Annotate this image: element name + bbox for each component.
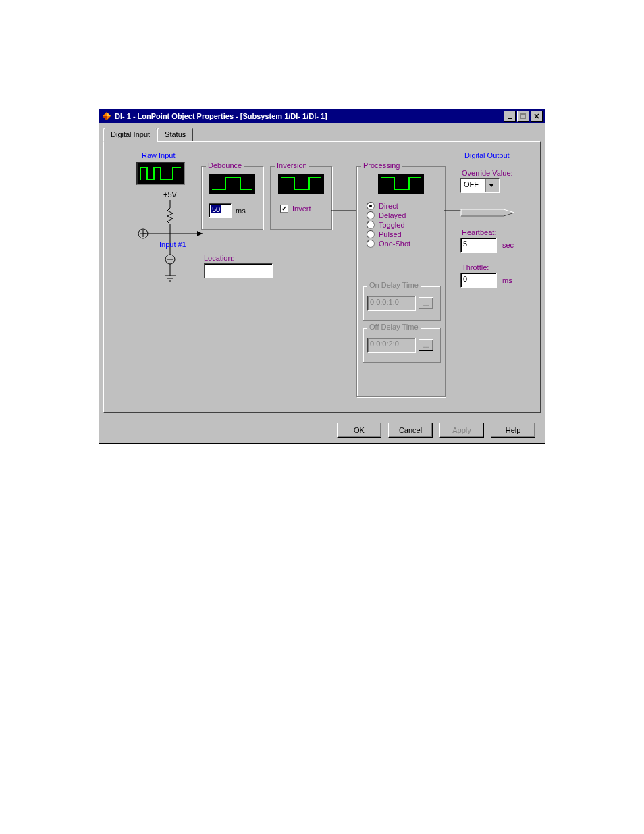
- debounce-group: Debounce 50 ms: [201, 166, 263, 230]
- svg-marker-2: [103, 116, 107, 120]
- radio-icon: [367, 211, 375, 219]
- invert-checkbox[interactable]: Invert: [280, 205, 331, 213]
- svg-rect-3: [508, 118, 512, 119]
- page-rule: [27, 41, 617, 41]
- input-number-label: Input #1: [159, 240, 186, 249]
- off-delay-browse-button: ...: [419, 339, 433, 351]
- debounce-value-text: 50: [211, 205, 221, 213]
- cancel-button[interactable]: Cancel: [388, 423, 433, 438]
- dialog-buttons: OK Cancel Apply Help: [337, 423, 535, 438]
- maximize-button[interactable]: [517, 111, 529, 122]
- location-input[interactable]: [204, 263, 273, 278]
- heartbeat-label: Heartbeat:: [462, 228, 535, 236]
- invert-label: Invert: [292, 205, 311, 213]
- tab-label: Status: [165, 130, 186, 138]
- radio-icon: [367, 230, 375, 238]
- help-button[interactable]: Help: [491, 423, 535, 438]
- app-icon: [101, 111, 112, 122]
- override-value-text: OFF: [461, 179, 485, 192]
- svg-rect-5: [520, 113, 526, 115]
- titlebar: DI- 1 - LonPoint Object Properties - [Su…: [99, 109, 545, 123]
- debounce-title: Debounce: [206, 161, 244, 170]
- output-arrow: [460, 207, 514, 217]
- svg-marker-25: [489, 184, 494, 187]
- dialog-window: DI- 1 - LonPoint Object Properties - [Su…: [99, 109, 545, 444]
- chevron-down-icon: [485, 179, 497, 192]
- radio-icon: [367, 221, 375, 229]
- location-label: Location:: [204, 254, 273, 262]
- radio-icon: [367, 240, 375, 248]
- heartbeat-input[interactable]: 5: [460, 238, 497, 253]
- inversion-group: Inversion Invert: [270, 166, 332, 230]
- tab-status[interactable]: Status: [157, 128, 193, 142]
- processing-group: Processing Direct Delayed: [356, 166, 446, 397]
- debounce-unit: ms: [236, 207, 246, 215]
- off-delay-value: 0:0:0:2:0: [367, 338, 416, 353]
- tab-strip: Digital Input Status: [103, 127, 541, 141]
- ok-button[interactable]: OK: [337, 423, 381, 438]
- processing-waveform: [378, 174, 424, 194]
- minimize-button[interactable]: [504, 111, 516, 122]
- svg-marker-12: [197, 231, 203, 236]
- close-button[interactable]: [531, 111, 543, 122]
- override-value-label: Override Value:: [462, 169, 535, 177]
- radio-icon: [367, 202, 375, 210]
- radio-label: One-Shot: [379, 240, 410, 248]
- radio-label: Pulsed: [379, 230, 402, 238]
- processing-option-oneshot[interactable]: One-Shot: [367, 240, 445, 248]
- svg-text:+5V: +5V: [163, 190, 178, 199]
- svg-marker-1: [107, 112, 111, 116]
- on-delay-group: On Delay Time 0:0:0:1:0 ...: [363, 286, 441, 321]
- apply-button-label: Apply: [452, 426, 471, 434]
- input-schematic: +5V: [136, 189, 204, 297]
- tab-panel: Raw Input +5V: [103, 141, 541, 413]
- override-value-select[interactable]: OFF: [460, 178, 500, 193]
- apply-button: Apply: [439, 423, 484, 438]
- radio-label: Toggled: [379, 221, 405, 229]
- on-delay-title: On Delay Time: [367, 281, 421, 289]
- raw-input-heading: Raw Input: [142, 151, 204, 159]
- processing-title: Processing: [361, 161, 402, 170]
- tab-digital-input[interactable]: Digital Input: [103, 128, 157, 142]
- on-delay-value: 0:0:0:1:0: [367, 296, 416, 311]
- raw-input-waveform: [136, 162, 185, 185]
- throttle-unit: ms: [502, 276, 512, 284]
- off-delay-group: Off Delay Time 0:0:0:2:0 ...: [363, 328, 441, 363]
- processing-option-delayed[interactable]: Delayed: [367, 211, 445, 219]
- radio-label: Delayed: [379, 211, 406, 219]
- digital-output-heading: Digital Output: [464, 151, 535, 159]
- debounce-waveform: [209, 174, 255, 194]
- window-title: DI- 1 - LonPoint Object Properties - [Su…: [115, 112, 502, 120]
- inversion-waveform: [278, 174, 324, 194]
- throttle-label: Throttle:: [462, 263, 535, 271]
- debounce-value-input[interactable]: 50: [209, 203, 232, 218]
- on-delay-browse-button: ...: [419, 297, 433, 309]
- off-delay-title: Off Delay Time: [367, 323, 421, 331]
- throttle-input[interactable]: 0: [460, 273, 497, 288]
- heartbeat-unit: sec: [502, 241, 514, 249]
- inversion-title: Inversion: [275, 161, 309, 170]
- processing-option-toggled[interactable]: Toggled: [367, 221, 445, 229]
- processing-option-direct[interactable]: Direct: [367, 202, 445, 210]
- connector-line: [331, 209, 358, 212]
- radio-label: Direct: [379, 202, 398, 210]
- checkbox-icon: [280, 205, 288, 213]
- processing-option-pulsed[interactable]: Pulsed: [367, 230, 445, 238]
- tab-label: Digital Input: [111, 130, 150, 138]
